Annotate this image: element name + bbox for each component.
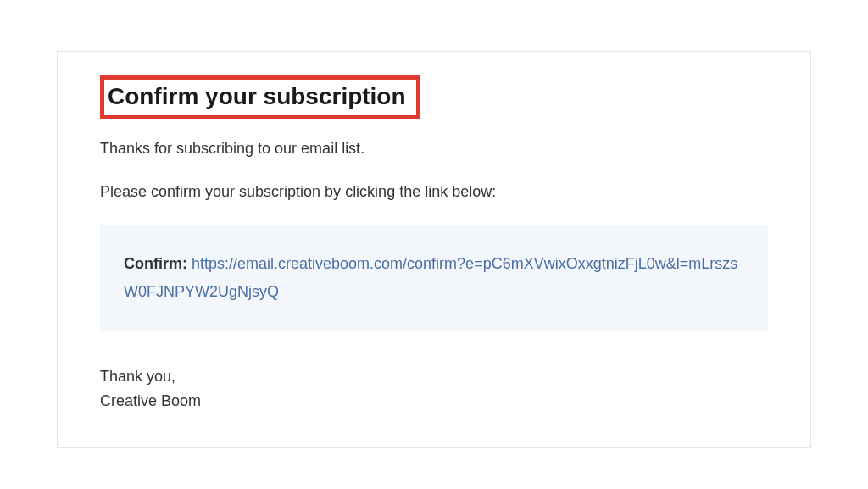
- instruction-text: Please confirm your subscription by clic…: [100, 181, 768, 203]
- confirm-link-label: Confirm:: [124, 255, 192, 272]
- confirm-link[interactable]: https://email.creativeboom.com/confirm?e…: [124, 255, 737, 299]
- signoff: Thank you, Creative Boom: [100, 364, 768, 414]
- email-heading: Confirm your subscription: [108, 83, 406, 110]
- intro-text: Thanks for subscribing to our email list…: [100, 138, 768, 159]
- thanks-text: Thank you,: [100, 364, 768, 389]
- sender-name: Creative Boom: [100, 389, 768, 414]
- confirm-link-box: Confirm: https://email.creativeboom.com/…: [100, 225, 768, 331]
- email-card: Confirm your subscription Thanks for sub…: [57, 51, 811, 448]
- heading-highlight-box: Confirm your subscription: [100, 75, 420, 119]
- confirm-link-line: Confirm: https://email.creativeboom.com/…: [124, 250, 744, 305]
